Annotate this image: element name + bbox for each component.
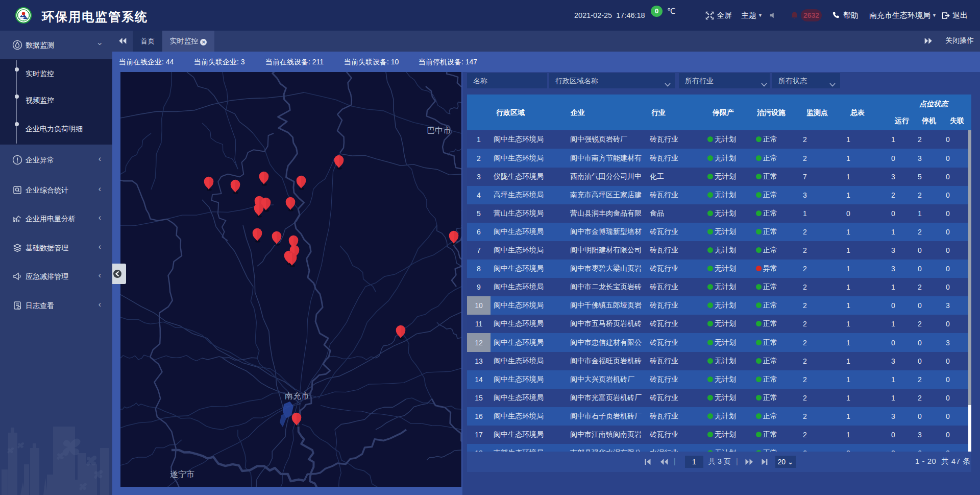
svg-text:遂宁市: 遂宁市 [170,470,194,479]
svg-text:南充市: 南充市 [285,391,309,400]
svg-text:巴中市: 巴中市 [427,126,451,135]
